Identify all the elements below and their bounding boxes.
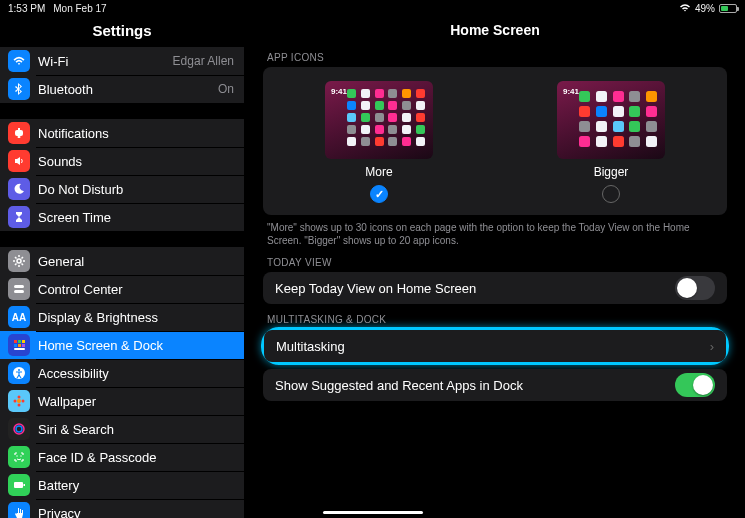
sidebar-item-face-id-passcode[interactable]: Face ID & Passcode: [0, 443, 244, 471]
status-bar: 1:53 PM Mon Feb 17 49%: [0, 0, 745, 16]
svg-rect-4: [14, 285, 24, 288]
suggested-apps-panel: Show Suggested and Recent Apps in Dock: [263, 369, 727, 401]
preview-more: 9:41: [325, 81, 433, 159]
sidebar-item-label: General: [38, 254, 234, 269]
preview-bigger: 9:41: [557, 81, 665, 159]
battery-icon: [719, 4, 737, 13]
sidebar-item-privacy[interactable]: Privacy: [0, 499, 244, 518]
svg-rect-2: [18, 128, 20, 130]
svg-rect-8: [22, 340, 25, 343]
sidebar-item-general[interactable]: General: [0, 247, 244, 275]
sidebar-item-label: Home Screen & Dock: [38, 338, 234, 353]
svg-rect-5: [14, 290, 24, 293]
svg-point-18: [14, 400, 17, 403]
suggested-apps-row[interactable]: Show Suggested and Recent Apps in Dock: [263, 369, 727, 401]
multitasking-row[interactable]: Multitasking ›: [264, 330, 726, 362]
bt-icon: [8, 78, 30, 100]
sidebar-item-label: Sounds: [38, 154, 234, 169]
svg-rect-24: [14, 482, 23, 488]
svg-point-14: [18, 369, 20, 371]
option-bigger[interactable]: 9:41 Bigger: [557, 81, 665, 203]
content-pane: Home Screen APP ICONS 9:41 More 9:41 Big…: [245, 16, 745, 518]
faceid-icon: [8, 446, 30, 468]
svg-point-21: [16, 426, 22, 432]
grid-icon: [8, 334, 30, 356]
sidebar-item-label: Control Center: [38, 282, 234, 297]
sidebar-item-bluetooth[interactable]: BluetoothOn: [0, 75, 244, 103]
moon-icon: [8, 178, 30, 200]
sidebar-item-label: Battery: [38, 478, 234, 493]
siri-icon: [8, 418, 30, 440]
multitasking-highlight: Multitasking ›: [261, 327, 729, 365]
app-icons-footnote: "More" shows up to 30 icons on each page…: [267, 221, 723, 247]
sidebar-item-label: Bluetooth: [38, 82, 218, 97]
multitasking-header: MULTITASKING & DOCK: [267, 314, 727, 325]
today-view-row[interactable]: Keep Today View on Home Screen: [263, 272, 727, 304]
sidebar-item-wallpaper[interactable]: Wallpaper: [0, 387, 244, 415]
wifi-icon: [8, 50, 30, 72]
battery-percent: 49%: [695, 3, 715, 14]
aa-icon: AA: [8, 306, 30, 328]
app-icons-panel: 9:41 More 9:41 Bigger: [263, 67, 727, 215]
sidebar-item-label: Wi-Fi: [38, 54, 173, 69]
chevron-right-icon: ›: [710, 339, 714, 354]
sidebar-item-label: Screen Time: [38, 210, 234, 225]
sidebar-item-label: Privacy: [38, 506, 234, 519]
sidebar-item-control-center[interactable]: Control Center: [0, 275, 244, 303]
sidebar-item-label: Accessibility: [38, 366, 234, 381]
sidebar-item-wi-fi[interactable]: Wi-FiEdgar Allen: [0, 47, 244, 75]
suggested-apps-toggle[interactable]: [675, 373, 715, 397]
svg-rect-7: [18, 340, 21, 343]
svg-rect-1: [18, 136, 21, 138]
sidebar-item-home-screen-dock[interactable]: Home Screen & Dock: [0, 331, 244, 359]
sidebar-item-battery[interactable]: Battery: [0, 471, 244, 499]
radio-bigger[interactable]: [602, 185, 620, 203]
home-indicator[interactable]: [323, 511, 423, 514]
svg-point-15: [17, 399, 21, 403]
settings-sidebar: Settings Wi-FiEdgar AllenBluetoothOn Not…: [0, 16, 245, 518]
today-view-header: TODAY VIEW: [267, 257, 727, 268]
sidebar-item-sounds[interactable]: Sounds: [0, 147, 244, 175]
gear-icon: [8, 250, 30, 272]
today-view-panel: Keep Today View on Home Screen: [263, 272, 727, 304]
today-view-toggle[interactable]: [675, 276, 715, 300]
switches-icon: [8, 278, 30, 300]
sidebar-item-accessibility[interactable]: Accessibility: [0, 359, 244, 387]
svg-rect-12: [14, 348, 25, 350]
multitasking-label: Multitasking: [276, 339, 710, 354]
svg-rect-6: [14, 340, 17, 343]
sound-icon: [8, 150, 30, 172]
option-more[interactable]: 9:41 More: [325, 81, 433, 203]
sidebar-item-label: Face ID & Passcode: [38, 450, 234, 465]
sidebar-item-screen-time[interactable]: Screen Time: [0, 203, 244, 231]
sidebar-item-siri-search[interactable]: Siri & Search: [0, 415, 244, 443]
svg-rect-11: [22, 344, 25, 347]
option-more-label: More: [365, 165, 392, 179]
access-icon: [8, 362, 30, 384]
bell-icon: [8, 122, 30, 144]
app-icons-header: APP ICONS: [267, 52, 727, 63]
page-title: Home Screen: [263, 22, 727, 38]
svg-rect-10: [18, 344, 21, 347]
sidebar-item-value: Edgar Allen: [173, 54, 234, 68]
sidebar-item-value: On: [218, 82, 234, 96]
svg-point-22: [16, 455, 17, 456]
hourglass-icon: [8, 206, 30, 228]
sidebar-item-notifications[interactable]: Notifications: [0, 119, 244, 147]
sidebar-item-do-not-disturb[interactable]: Do Not Disturb: [0, 175, 244, 203]
suggested-apps-label: Show Suggested and Recent Apps in Dock: [275, 378, 675, 393]
sidebar-item-label: Display & Brightness: [38, 310, 234, 325]
svg-point-19: [22, 400, 25, 403]
hand-icon: [8, 502, 30, 518]
sidebar-item-display-brightness[interactable]: AADisplay & Brightness: [0, 303, 244, 331]
radio-more[interactable]: [370, 185, 388, 203]
svg-rect-9: [14, 344, 17, 347]
svg-point-17: [18, 404, 21, 407]
wifi-icon: [679, 3, 691, 14]
today-view-label: Keep Today View on Home Screen: [275, 281, 675, 296]
svg-rect-25: [24, 484, 26, 486]
svg-rect-0: [15, 130, 23, 136]
svg-point-23: [20, 455, 21, 456]
option-bigger-label: Bigger: [594, 165, 629, 179]
svg-point-3: [17, 259, 21, 263]
